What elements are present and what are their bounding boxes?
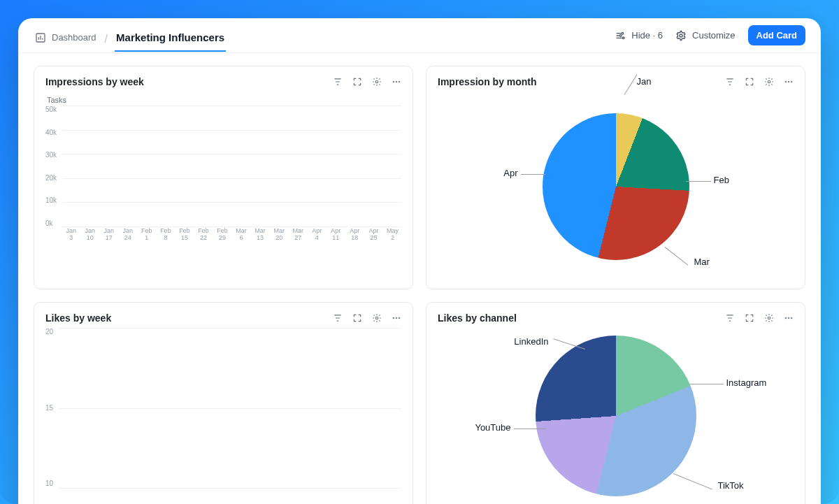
svg-point-9 [768, 80, 770, 83]
svg-point-1 [622, 32, 624, 34]
x-axis: Jan3Jan10Jan17Jan24Feb1Feb8Feb15Feb22Feb… [62, 228, 401, 241]
card-title: Likes by week [45, 312, 111, 324]
pie-label-mar: Mar [694, 257, 710, 267]
chart-impressions-week: Tasks 50k40k30k20k10k0k Jan3Jan10Jan17Ja… [45, 92, 401, 282]
chart-likes-week: 201510 [45, 328, 401, 489]
card-tools [725, 77, 794, 87]
more-icon[interactable] [784, 313, 794, 323]
pie-label-youtube: YouTube [475, 422, 510, 433]
svg-point-12 [791, 81, 792, 82]
top-actions: Hide · 6 Customize Add Card [615, 25, 805, 52]
dashboard-icon [35, 32, 46, 43]
hide-button[interactable]: Hide · 6 [615, 30, 663, 41]
breadcrumb-dashboard[interactable]: Dashboard [34, 27, 98, 52]
more-icon[interactable] [392, 77, 401, 87]
customize-label: Customize [692, 30, 735, 41]
svg-point-7 [396, 81, 397, 82]
card-title: Impression by month [438, 76, 537, 87]
svg-point-4 [680, 34, 682, 37]
y-axis: 201510 [45, 328, 53, 489]
pie-label-linkedin: LinkedIn [514, 336, 548, 347]
card-impressions-week: Impressions by week Tasks 50k40k30k20k10… [34, 66, 413, 289]
more-icon[interactable] [784, 77, 794, 87]
gear-icon [675, 30, 687, 41]
svg-point-8 [399, 81, 400, 82]
leader-line [664, 247, 688, 266]
breadcrumb-sep: / [105, 33, 108, 45]
svg-point-17 [768, 317, 770, 319]
leader-line [521, 174, 546, 175]
svg-point-5 [375, 80, 378, 83]
svg-point-15 [396, 317, 397, 319]
svg-point-20 [791, 317, 792, 319]
svg-point-2 [620, 34, 622, 36]
svg-point-13 [375, 317, 378, 319]
app-window: Dashboard / Marketing Influencers Hide ·… [18, 18, 821, 504]
pie [536, 336, 696, 496]
plot-area [59, 328, 401, 489]
card-tools [725, 313, 794, 323]
leader-line [686, 181, 711, 182]
add-card-label: Add Card [756, 30, 798, 41]
leader-line [514, 429, 546, 429]
svg-point-6 [393, 81, 394, 82]
dashboard-grid: Impressions by week Tasks 50k40k30k20k10… [18, 53, 821, 504]
plot-area: Jan3Jan10Jan17Jan24Feb1Feb8Feb15Feb22Feb… [62, 106, 401, 238]
hide-label: Hide · 6 [631, 30, 663, 41]
filter-icon[interactable] [725, 313, 735, 323]
card-likes-channel: Likes by channel Instagram TikTok [426, 302, 805, 504]
leader-line [690, 384, 724, 384]
gear-icon[interactable] [372, 313, 382, 323]
customize-button[interactable]: Customize [675, 30, 735, 41]
yaxis-title: Tasks [47, 96, 401, 104]
pie-label-feb: Feb [714, 175, 729, 185]
breadcrumb-dashboard-label: Dashboard [52, 32, 96, 43]
card-impressions-month: Impression by month Jan Feb Mar [426, 66, 805, 289]
card-likes-week: Likes by week 201510 [34, 302, 413, 504]
pie-label-jan: Jan [637, 76, 652, 87]
pie-label-tiktok: TikTok [718, 480, 744, 491]
expand-icon[interactable] [352, 313, 362, 323]
gear-icon[interactable] [372, 77, 382, 87]
svg-point-10 [785, 81, 787, 82]
leader-line [673, 473, 712, 489]
filter-icon[interactable] [333, 77, 343, 87]
gear-icon[interactable] [764, 77, 774, 87]
more-icon[interactable] [392, 313, 401, 323]
card-tools [333, 77, 401, 87]
svg-point-3 [623, 37, 625, 39]
breadcrumbs: Dashboard / Marketing Influencers [34, 26, 226, 52]
pie-label-instagram: Instagram [726, 377, 767, 388]
svg-point-18 [785, 317, 787, 319]
gear-icon[interactable] [764, 313, 774, 323]
pie [543, 113, 689, 260]
svg-point-16 [399, 317, 400, 319]
page-title: Marketing Influencers [116, 31, 224, 43]
expand-icon[interactable] [745, 77, 754, 87]
chart-likes-channel: Instagram TikTok YouTube LinkedIn [438, 328, 794, 504]
chart-impressions-month: Jan Feb Mar Apr [438, 92, 794, 282]
card-title: Likes by channel [438, 312, 517, 324]
card-tools [333, 313, 401, 323]
filter-icon[interactable] [333, 313, 343, 323]
add-card-button[interactable]: Add Card [748, 25, 806, 45]
expand-icon[interactable] [745, 313, 754, 323]
expand-icon[interactable] [352, 77, 362, 87]
card-title: Impressions by week [45, 76, 144, 87]
breadcrumb-page-title[interactable]: Marketing Influencers [115, 26, 226, 52]
svg-point-19 [788, 317, 789, 319]
sliders-icon [615, 30, 626, 41]
svg-point-11 [788, 81, 789, 82]
y-axis: 50k40k30k20k10k0k [45, 106, 57, 238]
pie-label-apr: Apr [503, 168, 517, 178]
topbar: Dashboard / Marketing Influencers Hide ·… [18, 18, 821, 53]
filter-icon[interactable] [725, 77, 735, 87]
svg-point-14 [393, 317, 394, 319]
